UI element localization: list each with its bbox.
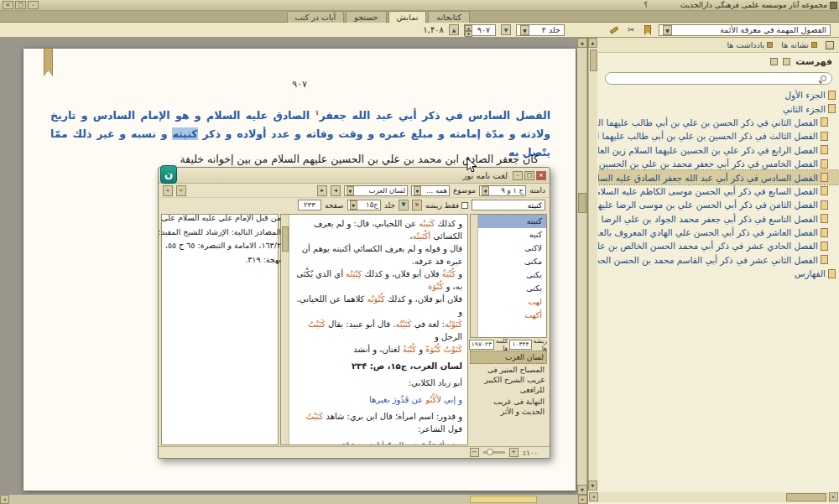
word-list-item[interactable]: مکنی — [478, 255, 546, 268]
dialog-title-bar[interactable]: × □ – لغت نامه نور ن — [159, 168, 550, 184]
sidebar-horizontal-scrollbar[interactable]: ▸ ◂ — [589, 492, 838, 502]
source-item[interactable]: النهایة فی غریب الحدیث و الأثر — [470, 396, 547, 418]
chevron-down-icon[interactable]: ▼ — [347, 186, 354, 195]
scrollbar-thumb[interactable] — [590, 49, 597, 71]
marker-icon[interactable] — [608, 24, 620, 36]
zoom-in-button[interactable]: + — [509, 448, 519, 457]
tree-item[interactable]: الجزء الأول — [598, 88, 839, 101]
scissors-icon[interactable]: ✂ — [625, 24, 637, 36]
minimize-button[interactable]: – — [28, 1, 39, 9]
scroll-left-icon[interactable]: ◂ — [589, 492, 598, 501]
scroll-up-icon[interactable]: ▲ — [588, 38, 597, 48]
word-list-item[interactable]: یکنی — [478, 282, 546, 295]
page-icon — [821, 159, 828, 169]
bookmark-ribbon-icon[interactable] — [44, 49, 53, 76]
book-title-combobox[interactable]: الفصول المهمة في معرفة الأئمة ▼ — [659, 24, 831, 36]
tree-item[interactable]: الفصل السابع في ذكر أبي الحسن موسى الكاظ… — [598, 184, 839, 198]
tab-library[interactable]: کتابخانه — [428, 11, 470, 23]
chevron-down-icon[interactable]: ▼ — [520, 25, 529, 35]
zoom-out-button[interactable]: − — [470, 448, 479, 457]
source-item[interactable]: المصباح المنیر فی غریب الشرح الکبیر للرا… — [470, 364, 547, 396]
index-search-box[interactable] — [605, 72, 832, 85]
grid-icon[interactable] — [826, 41, 834, 49]
word-list-item[interactable]: أکهب — [478, 309, 546, 322]
dialog-close-button[interactable]: × — [536, 171, 546, 180]
volume-combobox[interactable]: جلد ۲ ▼ — [516, 24, 565, 36]
next-entry-button[interactable]: ▸ — [317, 185, 327, 196]
go-button[interactable]: ▼ — [399, 200, 409, 210]
tree-item[interactable]: الجزء الثاني — [598, 101, 839, 115]
sidebar-tab-notes[interactable]: یادداشت ها — [727, 40, 773, 49]
chevron-down-icon[interactable]: ▼ — [482, 186, 489, 195]
sidebar-vertical-scrollbar[interactable]: ▲ ▼ — [588, 38, 597, 491]
tree-item[interactable]: الفصل الثاني في ذكر الحسن بن علي بن أبي … — [598, 116, 839, 129]
clear-button[interactable]: × — [412, 200, 422, 210]
scroll-right-icon[interactable]: ▸ — [829, 492, 838, 501]
tree-item[interactable]: الفصل العاشر في ذكر أبي الحسن علي الهادي… — [598, 226, 839, 239]
word-list-item[interactable]: لاکنی — [478, 242, 546, 255]
word-list-scrollbar[interactable] — [471, 215, 478, 337]
tree-item[interactable]: الفصل الثالث في ذكر الحسين بن علي بن أبي… — [598, 129, 839, 143]
chevron-down-icon[interactable]: ▼ — [350, 200, 357, 210]
scrollbar-thumb[interactable] — [786, 493, 826, 501]
scope-combobox[interactable]: ج ۱ و ۹ ▼ — [479, 185, 526, 196]
dialog-maximize-button[interactable]: □ — [524, 171, 534, 180]
tree-item[interactable]: الفصل الثامن في ذكر أبي الحسن علي بن موس… — [598, 198, 839, 211]
scrollbar-thumb[interactable] — [470, 496, 537, 503]
tree-item[interactable]: الفصل الرابع في ذكر علي بن الحسين عليهما… — [598, 143, 839, 157]
chevron-down-icon[interactable]: ▼ — [414, 186, 421, 195]
document-vertical-scrollbar[interactable]: ▲ ▼ — [577, 38, 587, 495]
search-input[interactable] — [611, 73, 817, 83]
tree-item[interactable]: الفصل الثاني عشر في ذكر أبي القاسم محمد … — [598, 253, 839, 267]
tree-item[interactable]: الفهارس — [598, 267, 839, 280]
scroll-down-icon[interactable]: ▼ — [577, 485, 587, 495]
scrollbar-thumb[interactable] — [578, 193, 586, 213]
word-list-item[interactable]: کنیه — [478, 228, 546, 242]
scroll-right-icon[interactable]: ▸ — [578, 495, 587, 504]
dict-page-value[interactable]: ۲۳۳ — [298, 200, 321, 210]
tree-item[interactable]: الفصل الحادي عشر في ذكر أبي محمد الحسن ا… — [598, 239, 839, 252]
zoom-slider-knob[interactable] — [487, 449, 493, 455]
checkbox-icon[interactable] — [461, 202, 468, 209]
tab-display[interactable]: نمایش — [388, 11, 427, 23]
tree-item[interactable]: الفصل التاسع في ذكر أبي جعفر محمد الجواد… — [598, 212, 839, 226]
page-number-input[interactable]: ۹۰۷ ▲▼ — [464, 24, 496, 36]
highlighted-word[interactable]: كنيته — [172, 127, 197, 140]
filter-icon[interactable] — [783, 58, 790, 65]
history-back-button[interactable]: « — [176, 185, 186, 196]
scroll-down-icon[interactable]: ▼ — [588, 481, 597, 491]
tab-verses-in-books[interactable]: آیات در کتب — [287, 11, 345, 23]
search-icon[interactable] — [821, 75, 826, 81]
prev-entry-button[interactable]: ◂ — [331, 185, 341, 196]
word-list-item[interactable]: یکنی — [478, 268, 546, 282]
word-list-item[interactable]: لهب — [478, 295, 546, 309]
maximize-button[interactable]: □ — [15, 1, 26, 9]
tree-item[interactable]: الفصل الخامس في ذكر أبي جعفر محمد بن علي… — [598, 157, 839, 170]
next-page-button[interactable]: ▼ — [501, 24, 511, 35]
tree-item[interactable]: الفصل السادس في ذكر أبي عبد الله جعفر ال… — [598, 170, 839, 184]
dictionary-combobox[interactable]: لسان العرب ▼ — [344, 185, 408, 196]
sidebar-tab-bookmarks[interactable]: نشانه ها — [781, 40, 817, 49]
document-horizontal-scrollbar[interactable]: ▸ ◂ — [0, 495, 587, 504]
word-search-input[interactable] — [472, 200, 545, 210]
tab-search[interactable]: جستجو — [346, 11, 386, 23]
source-item[interactable]: لسان العرب — [470, 351, 547, 364]
definition-scrollbar[interactable] — [281, 215, 289, 444]
dict-volume-combobox[interactable]: ج۱۵ ▼ — [347, 200, 381, 210]
scrollbar-thumb[interactable] — [282, 226, 289, 252]
bookmark-icon[interactable] — [642, 24, 654, 36]
scroll-up-icon[interactable]: ▲ — [577, 38, 587, 48]
scroll-left-icon[interactable]: ◂ — [0, 495, 9, 504]
page-spinner[interactable]: ▲▼ — [465, 25, 472, 35]
word-list-item[interactable]: کنیته — [478, 215, 546, 228]
subject-combobox[interactable]: همه ... ▼ — [411, 185, 450, 196]
zoom-slider[interactable] — [483, 451, 505, 454]
prev-page-button[interactable]: ▲ — [449, 24, 459, 35]
settings-icon[interactable] — [770, 58, 778, 65]
dialog-minimize-button[interactable]: – — [513, 171, 523, 180]
history-forward-button[interactable]: » — [163, 185, 173, 196]
help-icon[interactable]: ؟ — [641, 0, 651, 11]
root-only-checkbox[interactable]: فقط ریشه — [425, 201, 468, 210]
close-button[interactable]: × — [3, 1, 13, 9]
chevron-down-icon[interactable]: ▼ — [663, 25, 672, 35]
